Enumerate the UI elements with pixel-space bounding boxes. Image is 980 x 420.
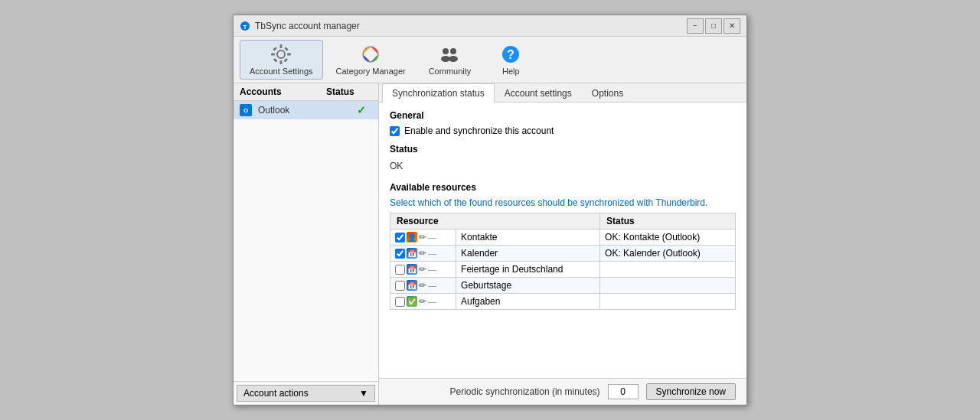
- resource-icons-cell: ✅✏—: [390, 294, 456, 310]
- resource-icons-cell: 📅✏—: [390, 278, 456, 294]
- resource-name-cell: Feiertage in Deutschland: [456, 262, 600, 278]
- svg-point-2: [277, 50, 285, 58]
- outlook-icon: O: [240, 104, 252, 116]
- sync-period-label: Periodic synchronization (in minutes): [450, 386, 600, 397]
- table-row: 📅✏—Feiertage in Deutschland: [390, 262, 736, 278]
- available-resources-section: Available resources Select which of the …: [390, 182, 736, 310]
- dash-icon[interactable]: —: [428, 297, 436, 306]
- resource-checkbox[interactable]: [395, 233, 405, 243]
- calendar-icon: 📅: [407, 264, 417, 275]
- toolbar-category-manager-label: Category Manager: [336, 67, 406, 76]
- toolbar-account-settings[interactable]: Account Settings: [240, 40, 323, 80]
- edit-icon[interactable]: ✏: [419, 264, 426, 275]
- resource-name-cell: Geburtstage: [456, 278, 600, 294]
- resource-checkbox[interactable]: [395, 281, 405, 291]
- svg-rect-4: [280, 60, 283, 64]
- tab-options-label: Options: [592, 88, 623, 99]
- svg-rect-10: [273, 58, 278, 63]
- sidebar-accounts-col: Accounts: [240, 86, 326, 97]
- sidebar-item-outlook[interactable]: O Outlook ✓: [234, 101, 378, 119]
- row-icons: 📅✏—: [395, 248, 451, 259]
- category-manager-icon: [360, 44, 381, 65]
- row-icons: 👤✏—: [395, 232, 451, 243]
- calendar-icon: 📅: [407, 248, 417, 259]
- sidebar-spacer: [234, 119, 378, 381]
- svg-rect-6: [287, 54, 291, 56]
- general-section: General Enable and synchronize this acco…: [390, 110, 736, 136]
- window-title: TbSync account manager: [255, 21, 360, 31]
- row-icons: ✅✏—: [395, 296, 451, 307]
- dash-icon[interactable]: —: [428, 265, 436, 274]
- status-value: OK: [390, 159, 736, 173]
- gear-icon: [270, 44, 292, 65]
- resources-description: Select which of the found resources shou…: [390, 197, 736, 208]
- resource-status-cell: OK: Kalender (Outlook): [600, 246, 736, 262]
- row-icons: 📅✏—: [395, 280, 451, 291]
- general-title: General: [390, 110, 736, 121]
- svg-point-12: [363, 47, 378, 62]
- resource-status-cell: [600, 262, 736, 278]
- tab-account-settings[interactable]: Account settings: [495, 83, 582, 103]
- contacts-icon: 👤: [407, 232, 417, 243]
- account-actions-button[interactable]: Account actions ▼: [237, 385, 375, 402]
- svg-rect-8: [284, 58, 289, 63]
- sidebar-header: Accounts Status: [234, 83, 378, 101]
- tab-options[interactable]: Options: [582, 83, 633, 103]
- table-row: 👤✏—KontakteOK: Kontakte (Outlook): [390, 230, 736, 246]
- svg-text:?: ?: [507, 48, 514, 61]
- help-icon: ?: [500, 44, 521, 65]
- resources-table: Resource Status 👤✏—KontakteOK: Kontakte …: [390, 213, 736, 310]
- enable-sync-checkbox[interactable]: [390, 126, 400, 136]
- resources-desc-post: .: [705, 197, 707, 208]
- svg-rect-7: [273, 47, 277, 51]
- resource-checkbox[interactable]: [395, 249, 405, 259]
- edit-icon[interactable]: ✏: [419, 280, 426, 291]
- dash-icon[interactable]: —: [428, 281, 436, 290]
- community-icon: [439, 44, 460, 65]
- row-icons: 📅✏—: [395, 264, 451, 275]
- sync-period-input[interactable]: [608, 384, 639, 399]
- resources-col-status: Status: [600, 213, 736, 230]
- enable-sync-row: Enable and synchronize this account: [390, 125, 736, 136]
- svg-rect-9: [284, 47, 289, 51]
- toolbar-help[interactable]: ? Help: [484, 40, 537, 80]
- resources-desc-link[interactable]: Thunderbird: [655, 197, 705, 208]
- minimize-button[interactable]: −: [687, 18, 704, 34]
- edit-icon[interactable]: ✏: [419, 248, 426, 259]
- table-row: ✅✏—Aufgaben: [390, 294, 736, 310]
- account-actions-arrow: ▼: [359, 388, 368, 399]
- toolbar-category-manager[interactable]: Category Manager: [326, 40, 416, 80]
- content-area: Synchronization status Account settings …: [379, 83, 746, 405]
- close-button[interactable]: ✕: [724, 18, 740, 34]
- resource-checkbox[interactable]: [395, 265, 405, 275]
- account-status-check: ✓: [357, 104, 372, 116]
- dash-icon[interactable]: —: [428, 249, 436, 258]
- resource-icons-cell: 📅✏—: [390, 262, 456, 278]
- resources-desc-pre: Select which of the found resources shou…: [390, 197, 655, 208]
- sync-now-button[interactable]: Synchronize now: [646, 383, 736, 400]
- resource-name-cell: Kalender: [456, 246, 600, 262]
- svg-rect-3: [280, 44, 283, 48]
- resource-checkbox[interactable]: [395, 297, 405, 307]
- svg-point-14: [450, 48, 456, 54]
- resource-status-cell: OK: Kontakte (Outlook): [600, 230, 736, 246]
- sidebar-footer: Account actions ▼: [234, 381, 378, 405]
- resource-icons-cell: 👤✏—: [390, 230, 456, 246]
- edit-icon[interactable]: ✏: [419, 296, 426, 307]
- tabs: Synchronization status Account settings …: [379, 83, 746, 103]
- app-window: T TbSync account manager − □ ✕: [233, 15, 747, 405]
- toolbar-community[interactable]: Community: [419, 40, 482, 80]
- sidebar: Accounts Status O Outlook ✓ Account acti…: [234, 83, 379, 405]
- edit-icon[interactable]: ✏: [419, 232, 426, 243]
- toolbar-community-label: Community: [429, 67, 472, 76]
- resource-name-cell: Aufgaben: [456, 294, 600, 310]
- dash-icon[interactable]: —: [428, 233, 436, 242]
- svg-point-13: [443, 48, 449, 54]
- account-name-outlook: Outlook: [255, 105, 357, 116]
- enable-sync-label: Enable and synchronize this account: [404, 125, 554, 136]
- tab-sync-status-label: Synchronization status: [392, 88, 485, 99]
- resource-status-cell: [600, 278, 736, 294]
- toolbar-help-label: Help: [502, 67, 520, 76]
- tab-sync-status[interactable]: Synchronization status: [382, 83, 495, 103]
- maximize-button[interactable]: □: [705, 18, 722, 34]
